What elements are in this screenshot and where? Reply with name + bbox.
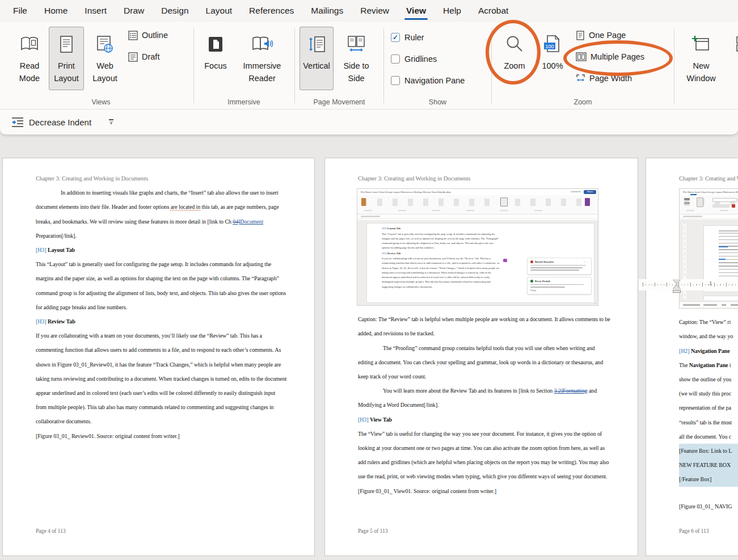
navigation-pane-checkbox-row[interactable]: Navigation Pane xyxy=(391,72,465,89)
vertical-button[interactable]: Vertical xyxy=(300,27,334,90)
new-window-label: New Window xyxy=(682,60,720,85)
mini-tab-names: File Home Insert Draw Design Layout Refe… xyxy=(683,191,738,193)
mini-ribbon xyxy=(680,195,738,214)
arrange-all-icon xyxy=(736,31,738,57)
gridlines-label: Gridlines xyxy=(404,54,437,64)
paragraph: If you are collaborating with a team on … xyxy=(36,329,287,428)
outline-button[interactable]: Outline xyxy=(128,27,168,44)
one-page-button[interactable]: One Page xyxy=(576,27,644,44)
arrange-all-button[interactable]: Arr xyxy=(724,27,738,90)
gridlines-checkbox[interactable] xyxy=(391,54,400,64)
horizontal-ruler[interactable]: 1 xyxy=(639,279,738,290)
tab-file[interactable]: File xyxy=(5,0,36,22)
mini-comment-card: Kerry Gnatyk Reply xyxy=(527,277,592,294)
left-indent-marker[interactable] xyxy=(673,290,681,293)
vertical-icon xyxy=(307,31,326,57)
paragraph: This “Layout” tab is generally used for … xyxy=(36,257,287,314)
page-width-button[interactable]: Page Width xyxy=(576,70,644,87)
embedded-screenshot-home-tab: File Home Insert Draw Design Layout Refe… xyxy=(679,188,738,309)
navigation-pane-checkbox[interactable] xyxy=(391,76,400,85)
read-mode-label: Read Mode xyxy=(11,60,48,85)
tab-acrobat[interactable]: Acrobat xyxy=(470,0,517,22)
vertical-label: Vertical xyxy=(303,60,330,72)
tracked-change-text: Document xyxy=(240,218,263,225)
read-mode-button[interactable]: Read Mode xyxy=(11,27,48,90)
chapter-header: Chapter 3: Creating and Working in Docum… xyxy=(679,171,738,186)
feature-box-line: [/Feature Box] xyxy=(679,472,738,486)
first-line-indent-marker[interactable] xyxy=(673,279,681,284)
tab-references[interactable]: References xyxy=(241,0,302,22)
immersive-reader-button[interactable]: Immersive Reader xyxy=(235,27,289,90)
side-to-side-button[interactable]: Side to Side xyxy=(337,27,376,90)
heading-h3-view: [H3] View Tab xyxy=(358,412,610,427)
ribbon-group-views: Read Mode Print Layout Web Layout xyxy=(9,22,193,109)
figure-placeholder: [Figure 03_01_ NAVIG xyxy=(679,499,738,513)
paragraph: The “View” tab is useful for changing th… xyxy=(358,427,610,484)
ribbon-group-show: ✓ Ruler Gridlines Navigation Pane Show xyxy=(384,22,491,109)
mini-reply-link: Reply xyxy=(530,289,588,292)
paragraph: In addition to inserting visuals like gr… xyxy=(36,186,287,243)
tab-insert[interactable]: Insert xyxy=(76,0,115,22)
svg-text:100: 100 xyxy=(545,44,554,49)
mini-document-area: [H3] Layout Tab This “Layout” tab is gen… xyxy=(357,220,598,305)
zoom-100-button[interactable]: 100 100% xyxy=(535,27,570,90)
tracked-change-text: 3.2]Formatting xyxy=(554,388,588,394)
tab-help[interactable]: Help xyxy=(435,0,470,22)
zoom-label: Zoom xyxy=(504,60,525,72)
page-width-label: Page Width xyxy=(589,74,632,83)
hanging-indent-marker[interactable] xyxy=(673,285,681,289)
commenter-name: Kerry Gnatyk xyxy=(535,280,550,283)
tab-view[interactable]: View xyxy=(398,0,435,22)
mini-header-line xyxy=(719,230,738,231)
zoom-100-icon: 100 xyxy=(543,31,562,57)
tab-layout[interactable]: Layout xyxy=(197,0,241,22)
zoom-group-label: Zoom xyxy=(492,98,674,106)
tab-mailings[interactable]: Mailings xyxy=(302,0,352,22)
decrease-indent-button[interactable]: Decrease Indent xyxy=(11,116,91,128)
focus-icon xyxy=(207,31,224,57)
one-page-icon xyxy=(576,31,585,40)
mini-share-button: Share xyxy=(584,190,596,194)
focus-button[interactable]: Focus xyxy=(199,27,233,90)
new-window-icon xyxy=(691,31,711,57)
gridlines-checkbox-row[interactable]: Gridlines xyxy=(391,50,465,68)
page-footer: Page 4 of 113 xyxy=(36,528,65,534)
ribbon-group-window: New Window Arr xyxy=(674,22,738,109)
multiple-pages-label: Multiple Pages xyxy=(591,52,644,61)
page-footer: Page 5 of 113 xyxy=(358,528,387,534)
mini-undo-icon xyxy=(684,198,690,200)
web-layout-button[interactable]: Web Layout xyxy=(86,27,124,90)
chevron-down-icon: ∨ xyxy=(109,121,113,125)
figure-caption-line: window, and the way yo xyxy=(679,329,738,343)
tab-review[interactable]: Review xyxy=(352,0,398,22)
new-window-button[interactable]: New Window xyxy=(682,27,720,90)
quick-toolbar-row: Decrease Indent ∨ xyxy=(0,109,738,134)
paragraph-line: show the outline of you xyxy=(679,372,738,386)
tab-draw[interactable]: Draw xyxy=(115,0,153,22)
page-movement-group-label: Page Movement xyxy=(295,98,383,106)
draft-button[interactable]: Draft xyxy=(128,48,168,65)
multiple-pages-button[interactable]: Multiple Pages xyxy=(576,48,644,65)
document-page-4: Chapter 3: Creating and Working in Docum… xyxy=(2,158,315,556)
immersive-reader-icon xyxy=(251,31,273,57)
outline-icon xyxy=(128,31,138,40)
print-layout-icon xyxy=(59,31,74,57)
tab-design[interactable]: Design xyxy=(153,0,197,22)
avatar xyxy=(530,260,533,263)
decrease-indent-dropdown[interactable]: ∨ xyxy=(107,119,115,125)
zoom-small-column: One Page Multiple Pages Page Width xyxy=(576,27,644,91)
page-footer: Page 6 of 113 xyxy=(679,528,709,534)
grammar-marked-text: are located in xyxy=(171,204,200,210)
print-layout-button[interactable]: Print Layout xyxy=(49,27,84,90)
paragraph: The “Proofing” command group contains he… xyxy=(358,341,610,384)
tab-home[interactable]: Home xyxy=(36,0,76,22)
heading-h3-review: [H3] Review Tab xyxy=(36,314,287,329)
mini-redo-icon xyxy=(684,202,690,204)
mini-h3-layout: [H3] Layout Tab xyxy=(382,226,501,231)
immersive-group-label: Immersive xyxy=(194,98,294,106)
ruler-checkbox-row[interactable]: ✓ Ruler xyxy=(391,29,465,46)
ruler-checkbox[interactable]: ✓ xyxy=(391,33,400,42)
page-width-icon xyxy=(576,74,585,83)
mini-paste-button xyxy=(697,197,703,207)
zoom-button[interactable]: Zoom xyxy=(496,27,533,90)
